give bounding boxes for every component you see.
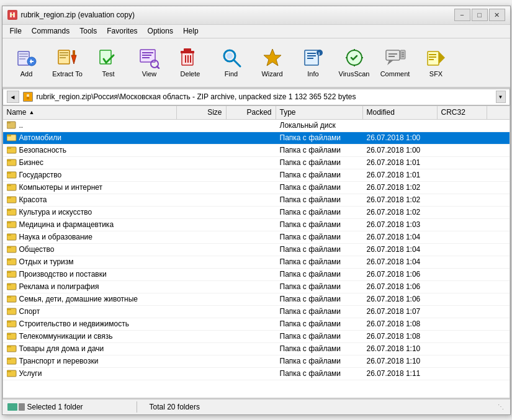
table-row[interactable]: Наука и образованиеПапка с файлами26.07.… (3, 231, 510, 244)
table-row[interactable]: Строительство и недвижимостьПапка с файл… (3, 318, 510, 331)
table-row[interactable]: КрасотаПапка с файлами26.07.2018 1:02 (3, 194, 510, 207)
file-name-cell: Семья, дети, домашние животные (3, 294, 177, 305)
table-row[interactable]: БизнесПапка с файлами26.07.2018 1:01 (3, 157, 510, 169)
table-row[interactable]: Телекоммуникации и связьПапка с файлами2… (3, 331, 510, 343)
column-header-modified[interactable]: Modified (363, 106, 438, 119)
svg-rect-60 (27, 97, 29, 99)
maximize-button[interactable]: □ (472, 9, 488, 21)
table-row[interactable]: ГосударствоПапка с файлами26.07.2018 1:0… (3, 169, 510, 182)
extract-label: Extract To (52, 70, 83, 78)
file-modified-cell: 26.07.2018 1:03 (363, 220, 438, 229)
table-row[interactable]: Реклама и полиграфияПапка с файлами26.07… (3, 281, 510, 293)
file-list-body[interactable]: ..Локальный дискАвтомобилиПапка с файлам… (3, 120, 510, 398)
file-modified-cell: 26.07.2018 1:02 (363, 208, 438, 217)
svg-rect-5 (19, 53, 28, 55)
folder-icon (7, 207, 17, 218)
toolbar-find-button[interactable]: Find (212, 42, 251, 84)
file-modified-cell: 26.07.2018 1:11 (363, 369, 438, 378)
file-type-cell: Папка с файлами (276, 344, 363, 353)
delete-icon (179, 47, 202, 69)
title-bar: rubrik_region.zip (evaluation copy) − □ … (2, 6, 510, 25)
comment-label: Comment (380, 70, 410, 78)
menu-commands[interactable]: Commands (27, 25, 74, 37)
svg-rect-57 (429, 59, 434, 60)
extract-icon (56, 47, 79, 69)
table-row[interactable]: ОбществоПапка с файлами26.07.2018 1:04 (3, 244, 510, 256)
table-row[interactable]: Производство и поставкиПапка с файлами26… (3, 269, 510, 281)
table-row[interactable]: АвтомобилиПапка с файлами26.07.2018 1:00 (3, 132, 510, 145)
file-modified-cell: 26.07.2018 1:06 (363, 282, 438, 291)
table-row[interactable]: УслугиПапка с файлами26.07.2018 1:11 (3, 368, 510, 380)
folder-icon (7, 319, 17, 329)
wizard-icon (261, 47, 284, 69)
toolbar-view-button[interactable]: View (130, 42, 169, 84)
menu-help[interactable]: Help (178, 25, 204, 37)
menu-favorites[interactable]: Favorites (102, 25, 142, 37)
svg-rect-102 (7, 370, 11, 372)
file-name-cell: Телекоммуникации и связь (3, 331, 177, 342)
folder-icon (7, 220, 17, 230)
resize-handle-icon[interactable]: ⋱ (498, 403, 505, 411)
toolbar-sfx-button[interactable]: SFX (417, 42, 456, 84)
virusscan-label: VirusScan (339, 70, 370, 78)
find-icon (220, 47, 243, 69)
table-row[interactable]: Транспорт и перевозкиПапка с файлами26.0… (3, 355, 510, 368)
file-name-text: Медицина и фармацевтика (19, 220, 114, 229)
address-dropdown-button[interactable]: ▼ (496, 91, 506, 103)
file-name-cell: Услуги (3, 369, 177, 379)
file-type-cell: Папка с файлами (276, 332, 363, 341)
column-header-size[interactable]: Size (177, 106, 227, 119)
file-name-cell: Спорт (3, 306, 177, 317)
folder-icon (7, 257, 17, 267)
column-header-packed[interactable]: Packed (227, 106, 276, 119)
sort-arrow-icon: ▲ (29, 109, 35, 115)
table-row[interactable]: Медицина и фармацевтикаПапка с файлами26… (3, 219, 510, 231)
close-button[interactable]: ✕ (489, 9, 505, 21)
menu-options[interactable]: Options (143, 25, 178, 37)
file-modified-cell: 26.07.2018 1:00 (363, 133, 438, 142)
table-row[interactable]: СпортПапка с файлами26.07.2018 1:07 (3, 306, 510, 318)
table-row[interactable]: БезопасностьПапка с файлами26.07.2018 1:… (3, 145, 510, 157)
toolbar-extract-button[interactable]: Extract To (48, 42, 87, 84)
table-row[interactable]: Компьютеры и интернетПапка с файлами26.0… (3, 182, 510, 194)
toolbar: Add Extract To (2, 38, 510, 88)
svg-rect-82 (7, 246, 11, 248)
file-type-cell: Папка с файлами (276, 295, 363, 303)
file-name-cell: Компьютеры и интернет (3, 182, 177, 193)
file-name-text: Компьютеры и интернет (19, 183, 103, 192)
svg-rect-48 (388, 56, 395, 57)
minimize-button[interactable]: − (454, 9, 470, 21)
svg-rect-98 (7, 346, 11, 347)
toolbar-info-button[interactable]: i Info (294, 42, 333, 84)
find-label: Find (225, 70, 238, 78)
file-name-cell: Производство и поставки (3, 269, 177, 280)
back-button[interactable]: ◄ (7, 91, 19, 103)
menu-tools[interactable]: Tools (74, 25, 102, 37)
file-name-text: Товары для дома и дачи (19, 344, 104, 353)
svg-line-31 (234, 60, 240, 66)
delete-label: Delete (181, 70, 200, 78)
file-type-cell: Папка с файлами (276, 357, 363, 365)
toolbar-virusscan-button[interactable]: VirusScan (335, 42, 374, 84)
table-row[interactable]: ..Локальный диск (3, 120, 510, 132)
table-row[interactable]: Товары для дома и дачиПапка с файлами26.… (3, 343, 510, 355)
toolbar-add-button[interactable]: Add (7, 42, 46, 84)
column-header-type[interactable]: Type (276, 106, 363, 119)
column-header-name[interactable]: Name ▲ (3, 106, 177, 119)
file-type-cell: Папка с файлами (276, 245, 363, 254)
menu-file[interactable]: File (5, 25, 27, 37)
svg-rect-74 (7, 197, 11, 199)
wizard-label: Wizard (261, 70, 282, 78)
svg-rect-62 (7, 122, 11, 123)
toolbar-delete-button[interactable]: Delete (171, 42, 210, 84)
toolbar-test-button[interactable]: Test (89, 42, 128, 84)
svg-rect-92 (7, 308, 11, 310)
file-name-text: Безопасность (19, 146, 67, 154)
toolbar-wizard-button[interactable]: Wizard (253, 42, 292, 84)
table-row[interactable]: Семья, дети, домашние животныеПапка с фа… (3, 293, 510, 306)
toolbar-comment-button[interactable]: Comment (376, 42, 415, 84)
table-row[interactable]: Отдых и туризмПапка с файлами26.07.2018 … (3, 256, 510, 269)
column-header-crc[interactable]: CRC32 (438, 106, 487, 119)
table-row[interactable]: Культура и искусствоПапка с файлами26.07… (3, 207, 510, 219)
file-name-cell: Транспорт и перевозки (3, 356, 177, 367)
